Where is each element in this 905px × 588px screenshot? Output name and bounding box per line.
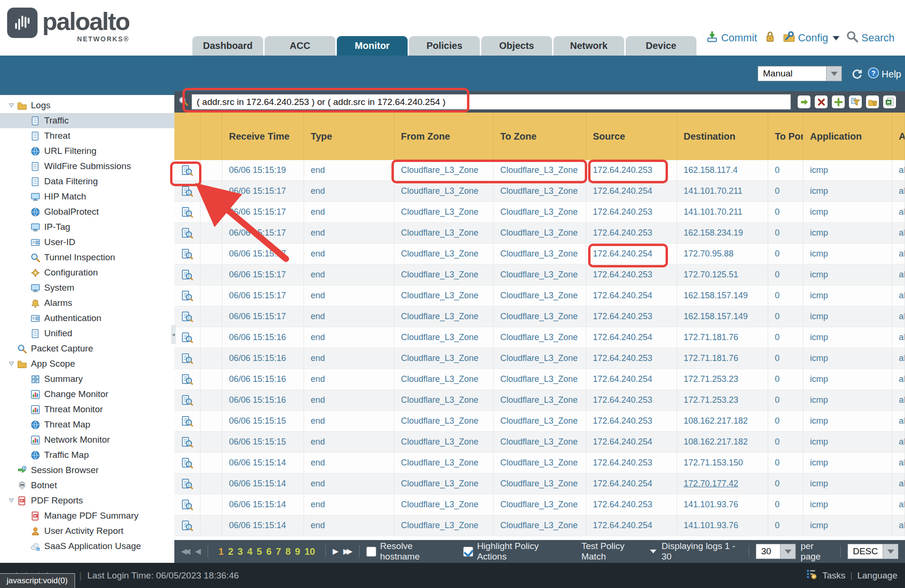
cell-to-zone[interactable]: Cloudflare_L3_Zone [494, 285, 586, 306]
sidebar-item-threat-map[interactable]: Threat Map [0, 417, 174, 432]
cell-application[interactable]: icmp [803, 244, 892, 264]
page-number-10[interactable]: 10 [305, 546, 315, 557]
cell-application[interactable]: icmp [803, 432, 892, 452]
cell-application[interactable]: icmp [803, 515, 892, 536]
cell-to-port[interactable]: 0 [768, 181, 803, 201]
cell-application[interactable]: icmp [803, 348, 892, 369]
log-detail-button[interactable] [174, 327, 200, 348]
sidebar-item-user-activity-report[interactable]: User Activity Report [0, 523, 174, 539]
sidebar-item-packet-capture[interactable]: Packet Capture [0, 341, 174, 356]
cell-action[interactable]: allow [892, 411, 905, 431]
sidebar-item-saas-application-usage[interactable]: SaaS Application Usage [0, 539, 174, 554]
column-header-source[interactable]: Source [586, 113, 677, 160]
cell-application[interactable]: icmp [803, 369, 892, 389]
cell-type[interactable]: end [304, 474, 394, 494]
sidebar-item-ip-tag[interactable]: IP-Tag [0, 219, 174, 235]
tab-policies[interactable]: Policies [409, 36, 480, 56]
cell-application[interactable]: icmp [803, 327, 892, 348]
cell-to-port[interactable]: 0 [768, 515, 803, 536]
sidebar-item-manage-pdf-summary[interactable]: Manage PDF Summary [0, 508, 174, 523]
log-detail-button[interactable] [174, 369, 200, 389]
apply-filter-icon[interactable] [798, 95, 810, 108]
cell-source[interactable]: 172.64.240.253 [586, 223, 677, 243]
cell-receive-time[interactable]: 06/06 15:15:16 [222, 327, 304, 348]
cell-action[interactable]: allow [892, 223, 905, 243]
log-detail-button[interactable] [174, 202, 200, 222]
first-page-button[interactable]: ◀◀ [181, 548, 191, 555]
sidebar-item-user-id[interactable]: User-ID [0, 235, 174, 250]
sort-order-value[interactable]: DESC [848, 544, 883, 559]
cell-destination[interactable]: 172.70.177.42 [677, 474, 768, 494]
cell-destination[interactable]: 172.71.181.76 [677, 348, 768, 369]
last-page-button[interactable]: ▶▶ [343, 548, 352, 555]
test-policy-match-button[interactable]: Test Policy Match [581, 541, 657, 562]
search-button[interactable]: Search [846, 30, 895, 46]
cell-from-zone[interactable]: Cloudflare_L3_Zone [394, 369, 494, 389]
sidebar-item-traffic-map[interactable]: Traffic Map [0, 447, 174, 463]
cell-to-port[interactable]: 0 [768, 494, 803, 515]
log-detail-button[interactable] [174, 411, 200, 431]
cell-source[interactable]: 172.64.240.253 [586, 306, 677, 327]
sidebar-item-tunnel-inspection[interactable]: Tunnel Inspection [0, 250, 174, 265]
cell-from-zone[interactable]: Cloudflare_L3_Zone [394, 265, 494, 285]
cell-type[interactable]: end [304, 327, 394, 348]
cell-receive-time[interactable]: 06/06 15:15:14 [222, 515, 304, 536]
cell-application[interactable]: icmp [803, 306, 892, 327]
cell-application[interactable]: icmp [803, 265, 892, 285]
sidebar-item-data-filtering[interactable]: Data Filtering [0, 174, 174, 189]
cell-to-zone[interactable]: Cloudflare_L3_Zone [494, 306, 586, 327]
tab-dashboard[interactable]: Dashboard [192, 36, 263, 56]
expander-icon[interactable] [6, 498, 17, 503]
cell-type[interactable]: end [304, 285, 394, 306]
cell-receive-time[interactable]: 06/06 15:15:19 [222, 160, 304, 180]
cell-action[interactable]: allow [892, 453, 905, 473]
cell-to-port[interactable]: 0 [768, 453, 803, 473]
cell-from-zone[interactable]: Cloudflare_L3_Zone [394, 411, 494, 431]
log-detail-button[interactable] [174, 306, 200, 327]
cell-to-port[interactable]: 0 [768, 223, 803, 243]
previous-page-button[interactable]: ◀ [195, 548, 201, 555]
cell-to-zone[interactable]: Cloudflare_L3_Zone [494, 181, 586, 201]
cell-type[interactable]: end [304, 369, 394, 389]
cell-action[interactable]: allow [892, 285, 905, 306]
cell-from-zone[interactable]: Cloudflare_L3_Zone [394, 223, 494, 243]
cell-source[interactable]: 172.64.240.253 [586, 160, 677, 180]
config-button[interactable]: Config [783, 30, 840, 46]
cell-receive-time[interactable]: 06/06 15:15:17 [222, 202, 304, 222]
refresh-mode-dropdown-button[interactable] [827, 66, 842, 81]
cell-from-zone[interactable]: Cloudflare_L3_Zone [394, 202, 494, 222]
cell-receive-time[interactable]: 06/06 15:15:17 [222, 244, 304, 264]
cell-application[interactable]: icmp [803, 160, 892, 180]
cell-type[interactable]: end [304, 306, 394, 327]
cell-source[interactable]: 172.64.240.254 [586, 515, 677, 536]
cell-to-zone[interactable]: Cloudflare_L3_Zone [494, 494, 586, 515]
cell-source[interactable]: 172.64.240.253 [586, 494, 677, 515]
cell-from-zone[interactable]: Cloudflare_L3_Zone [394, 181, 494, 201]
cell-to-zone[interactable]: Cloudflare_L3_Zone [494, 327, 586, 348]
sidebar-item-configuration[interactable]: Configuration [0, 265, 174, 280]
cell-type[interactable]: end [304, 494, 394, 515]
cell-type[interactable]: end [304, 160, 394, 180]
sidebar-item-hip-match[interactable]: HIP Match [0, 189, 174, 204]
cell-action[interactable]: allow [892, 390, 905, 410]
log-filter-input[interactable] [191, 94, 791, 110]
column-header-receive-time[interactable]: Receive Time [222, 113, 304, 160]
cell-receive-time[interactable]: 06/06 15:15:14 [222, 474, 304, 494]
resolve-hostname-checkbox[interactable] [366, 547, 376, 557]
cell-action[interactable]: allow [892, 515, 905, 536]
cell-to-port[interactable]: 0 [768, 474, 803, 494]
tab-monitor[interactable]: Monitor [337, 36, 408, 56]
column-header-to-port[interactable]: To Port [768, 113, 803, 160]
cell-action[interactable]: allow [892, 369, 905, 389]
cell-action[interactable]: allow [892, 202, 905, 222]
cell-type[interactable]: end [304, 453, 394, 473]
cell-to-port[interactable]: 0 [768, 411, 803, 431]
column-header-from-zone[interactable]: From Zone [394, 113, 494, 160]
sidebar-item-app-scope[interactable]: App Scope [0, 356, 174, 371]
log-detail-button[interactable] [174, 432, 200, 452]
sidebar-item-traffic[interactable]: Traffic [0, 113, 174, 128]
cell-to-zone[interactable]: Cloudflare_L3_Zone [494, 390, 586, 410]
cell-action[interactable]: allow [892, 244, 905, 264]
cell-source[interactable]: 172.64.240.254 [586, 181, 677, 201]
sort-order-dropdown-button[interactable] [883, 544, 898, 559]
